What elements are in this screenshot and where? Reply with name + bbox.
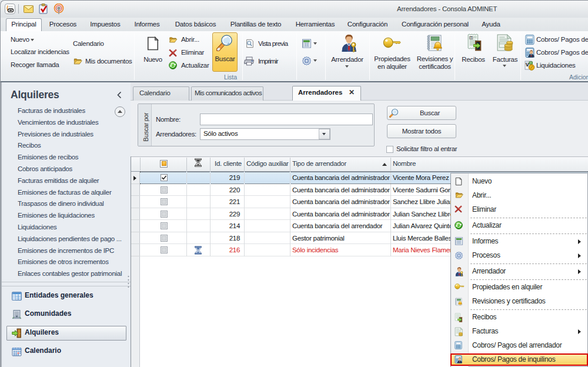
svg-text:V: V: [526, 62, 529, 68]
svg-text:T: T: [470, 36, 472, 39]
